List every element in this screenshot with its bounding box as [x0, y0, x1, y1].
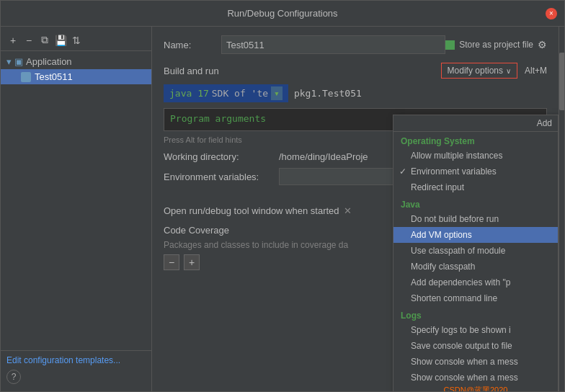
- sidebar: + − ⧉ 💾 ⇅ ▾ ▣ Application Test0511: [1, 27, 152, 391]
- name-label: Name:: [164, 40, 221, 50]
- sidebar-footer: Edit configuration templates... ?: [1, 350, 151, 388]
- sidebar-group-label: Application: [26, 56, 72, 67]
- program-args-placeholder: Program arguments: [170, 113, 266, 124]
- edit-templates-link[interactable]: Edit configuration templates...: [6, 355, 146, 365]
- alt-m-hint: Alt+M: [525, 66, 547, 76]
- store-project-checkbox[interactable]: [445, 40, 455, 50]
- sidebar-item-test0511[interactable]: Test0511: [1, 69, 151, 84]
- sidebar-toolbar: + − ⧉ 💾 ⇅: [1, 30, 151, 51]
- name-row: Name: Store as project file ⚙: [164, 35, 547, 54]
- title-bar: Run/Debug Configurations ×: [1, 1, 564, 27]
- sdk-row: java 17 SDK of 'te ▾ pkg1.Test051: [164, 84, 547, 102]
- right-scrollbar[interactable]: [559, 27, 564, 391]
- item-icon: [21, 72, 31, 82]
- copy-config-button[interactable]: ⧉: [38, 34, 51, 47]
- dropdown-add-row: Add: [393, 115, 558, 132]
- working-dir-label: Working directory:: [164, 151, 279, 162]
- run-debug-dialog: Run/Debug Configurations × + − ⧉ 💾 ⇅ ▾ ▣…: [0, 0, 565, 392]
- dropdown-os-section: Operating System: [393, 132, 558, 148]
- dropdown-item-specify-logs[interactable]: Specify logs to be shown i: [393, 322, 558, 338]
- store-project-label: Store as project file: [459, 40, 533, 50]
- sdk-dropdown-button[interactable]: ▾: [271, 86, 282, 100]
- modify-options-button[interactable]: Modify options ∨: [441, 63, 517, 79]
- chevron-down-icon: ∨: [506, 67, 511, 75]
- dropdown-item-show-console-1[interactable]: Show console when a mess: [393, 354, 558, 370]
- dropdown-code-section: Code C: [393, 386, 558, 391]
- build-run-title: Build and run: [164, 66, 219, 76]
- group-type-icon: ▣: [14, 56, 23, 67]
- sidebar-tree: ▾ ▣ Application Test0511: [1, 51, 151, 350]
- class-path-field[interactable]: pkg1.Test051: [294, 88, 362, 99]
- dropdown-item-show-console-2[interactable]: Show console when a mess: [393, 370, 558, 386]
- sort-config-button[interactable]: ⇅: [70, 34, 83, 47]
- dropdown-add-label: Add: [537, 118, 552, 128]
- sdk-sub-text: SDK of 'te: [212, 88, 268, 99]
- dropdown-java-section: Java: [393, 195, 558, 211]
- tool-window-close-icon[interactable]: ✕: [344, 205, 352, 216]
- main-layout: + − ⧉ 💾 ⇅ ▾ ▣ Application Test0511: [1, 27, 564, 391]
- gear-icon[interactable]: ⚙: [538, 39, 547, 50]
- remove-config-button[interactable]: −: [22, 34, 35, 47]
- tool-window-label: Open run/debug tool window when started: [164, 205, 339, 216]
- dropdown-item-save-console[interactable]: Save console output to file: [393, 338, 558, 354]
- sidebar-item-label: Test0511: [35, 71, 73, 82]
- dialog-title: Run/Debug Configurations: [227, 8, 337, 19]
- help-button[interactable]: ?: [6, 370, 21, 384]
- dropdown-item-shorten-cmd[interactable]: Shorten command line: [393, 290, 558, 306]
- dropdown-item-no-build[interactable]: Do not build before run: [393, 211, 558, 227]
- group-expand-icon: ▾: [6, 56, 12, 67]
- dropdown-item-modify-classpath[interactable]: Modify classpath: [393, 259, 558, 275]
- sdk-badge: java 17 SDK of 'te ▾: [164, 84, 288, 102]
- sdk-java-version: java 17: [169, 88, 209, 99]
- add-config-button[interactable]: +: [6, 34, 19, 47]
- dropdown-logs-section: Logs: [393, 306, 558, 322]
- dropdown-item-add-dependencies[interactable]: Add dependencies with "p: [393, 275, 558, 290]
- name-input[interactable]: [221, 35, 445, 54]
- dropdown-item-use-classpath[interactable]: Use classpath of module: [393, 243, 558, 259]
- dropdown-item-env-vars[interactable]: Environment variables: [393, 164, 558, 179]
- close-button[interactable]: ×: [546, 8, 557, 19]
- dropdown-item-redirect-input[interactable]: Redirect input: [393, 179, 558, 195]
- content-panel: Name: Store as project file ⚙ Build and …: [152, 27, 559, 391]
- coverage-plus-button[interactable]: +: [184, 254, 200, 270]
- coverage-minus-button[interactable]: −: [164, 254, 179, 270]
- sidebar-group-application[interactable]: ▾ ▣ Application: [1, 54, 151, 69]
- save-config-button[interactable]: 💾: [54, 34, 67, 47]
- build-run-section-header: Build and run Modify options ∨ Alt+M: [164, 63, 547, 79]
- dropdown-item-allow-multiple[interactable]: Allow multiple instances: [393, 148, 558, 164]
- dropdown-item-add-vm-options[interactable]: Add VM options: [393, 227, 558, 243]
- modify-options-label: Modify options: [448, 66, 503, 76]
- scrollbar-thumb[interactable]: [559, 53, 564, 110]
- modify-options-dropdown: Add Operating System Allow multiple inst…: [393, 115, 559, 391]
- env-vars-label: Environment variables:: [164, 172, 279, 182]
